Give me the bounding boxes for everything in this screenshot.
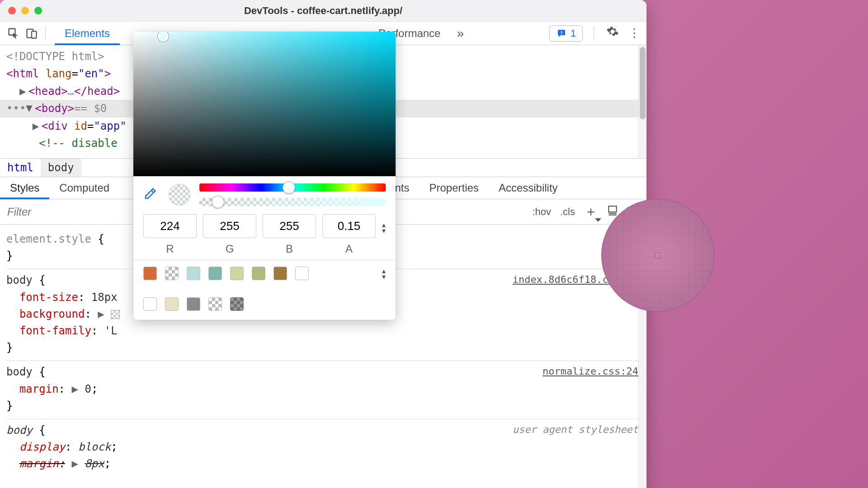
color-picker: R G B A ▴▾ bbox=[133, 32, 396, 320]
g-label: G bbox=[203, 243, 256, 255]
svg-rect-4 bbox=[561, 33, 562, 34]
more-tabs-button[interactable]: » bbox=[450, 22, 470, 45]
rule-body-normalize[interactable]: normalize.css:24 body { margin: ▶ 0; } bbox=[6, 361, 645, 419]
swatch[interactable] bbox=[187, 267, 200, 280]
eyedropper-icon[interactable] bbox=[143, 187, 160, 202]
swatch[interactable] bbox=[230, 297, 244, 311]
separator bbox=[45, 26, 46, 41]
window-controls bbox=[8, 7, 42, 14]
breadcrumb-body[interactable]: body bbox=[41, 159, 81, 177]
r-label: R bbox=[143, 243, 197, 255]
window-title: DevTools - coffee-cart.netlify.app/ bbox=[0, 5, 646, 17]
dom-scrollbar[interactable] bbox=[638, 45, 646, 158]
magnifier-crosshair bbox=[655, 252, 661, 258]
swatch[interactable] bbox=[274, 267, 287, 280]
source-link[interactable]: normalize.css:24 bbox=[542, 364, 638, 379]
hov-button[interactable]: :hov bbox=[532, 206, 551, 218]
tab-elements[interactable]: Elements bbox=[55, 22, 120, 45]
svg-rect-5 bbox=[609, 206, 616, 212]
swatch[interactable] bbox=[165, 267, 179, 280]
breadcrumb-html[interactable]: html bbox=[0, 159, 41, 177]
device-toolbar-icon[interactable] bbox=[23, 24, 41, 42]
sv-handle[interactable] bbox=[158, 32, 169, 42]
r-input[interactable] bbox=[143, 214, 197, 238]
svg-rect-3 bbox=[561, 31, 562, 33]
svg-rect-2 bbox=[32, 31, 37, 38]
cls-button[interactable]: .cls bbox=[560, 206, 575, 218]
color-preview-swatch bbox=[169, 184, 190, 206]
titlebar: DevTools - coffee-cart.netlify.app/ bbox=[0, 0, 646, 22]
new-style-rule-button[interactable]: ＋ bbox=[584, 202, 598, 221]
swatch[interactable] bbox=[230, 267, 244, 280]
settings-icon[interactable] bbox=[605, 25, 620, 41]
issues-count: 1 bbox=[571, 28, 576, 39]
subtab-properties[interactable]: Properties bbox=[419, 177, 488, 199]
inspect-element-icon[interactable] bbox=[5, 24, 23, 42]
saturation-value-field[interactable] bbox=[133, 32, 396, 176]
devtools-window: DevTools - coffee-cart.netlify.app/ Elem… bbox=[0, 0, 646, 488]
swatch[interactable] bbox=[143, 267, 157, 280]
b-label: B bbox=[263, 243, 316, 255]
swatch[interactable] bbox=[165, 297, 179, 311]
color-mode-toggle[interactable]: ▴▾ bbox=[382, 214, 386, 235]
a-input[interactable] bbox=[322, 214, 376, 238]
eyedropper-magnifier[interactable] bbox=[601, 199, 714, 312]
swatch[interactable] bbox=[143, 297, 157, 311]
rule-body-ua[interactable]: user agent stylesheet body { display: bl… bbox=[6, 419, 645, 477]
swatch[interactable] bbox=[208, 267, 222, 280]
swatch[interactable] bbox=[208, 297, 222, 311]
hue-slider[interactable] bbox=[199, 183, 386, 192]
palette-toggle[interactable]: ▴▾ bbox=[382, 267, 386, 281]
maximize-window-button[interactable] bbox=[34, 7, 42, 14]
b-input[interactable] bbox=[263, 214, 316, 238]
g-input[interactable] bbox=[203, 214, 256, 238]
separator bbox=[594, 26, 594, 41]
source-ua: user agent stylesheet bbox=[513, 422, 638, 437]
hue-handle[interactable] bbox=[283, 181, 295, 194]
subtab-accessibility[interactable]: Accessibility bbox=[489, 177, 568, 199]
toolbar-right: 1 ⋮ bbox=[549, 25, 642, 42]
swatch[interactable] bbox=[252, 267, 265, 280]
palette-swatches: ▴▾ bbox=[133, 260, 396, 320]
issues-icon bbox=[556, 28, 567, 39]
subtab-styles[interactable]: Styles bbox=[0, 177, 49, 199]
color-swatch-icon[interactable] bbox=[111, 310, 120, 319]
subtab-computed[interactable]: Computed bbox=[49, 177, 119, 199]
swatch[interactable] bbox=[187, 297, 200, 311]
more-options-icon[interactable]: ⋮ bbox=[627, 26, 642, 40]
alpha-handle[interactable] bbox=[212, 196, 224, 208]
swatch[interactable] bbox=[295, 267, 309, 280]
close-window-button[interactable] bbox=[8, 7, 16, 14]
issues-button[interactable]: 1 bbox=[549, 25, 583, 42]
alpha-slider[interactable] bbox=[199, 198, 386, 206]
minimize-window-button[interactable] bbox=[21, 7, 29, 14]
a-label: A bbox=[322, 243, 376, 255]
